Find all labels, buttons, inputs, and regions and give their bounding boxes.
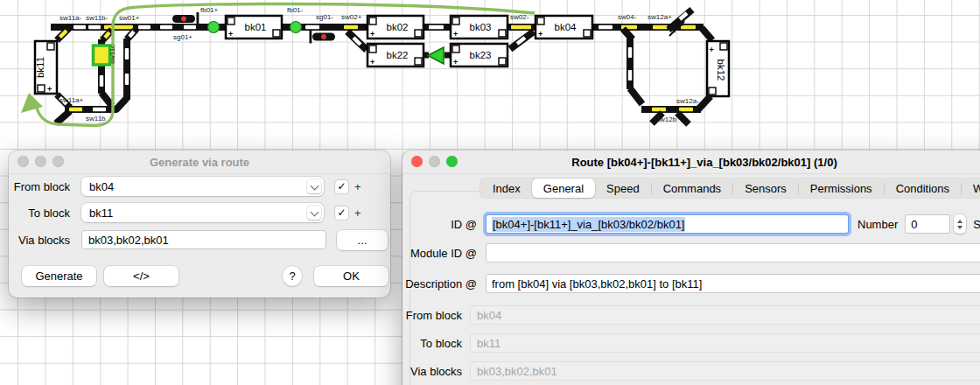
chevron-down-icon[interactable] <box>307 206 321 220</box>
number-label: Number <box>858 218 898 231</box>
via-blocks-input[interactable]: bk03,bk02,bk01 <box>81 230 326 249</box>
label-sw02-minus: sw02- <box>510 13 529 21</box>
tab-general[interactable]: General <box>532 178 595 198</box>
switch-sw02-minus-diagonal[interactable] <box>510 32 534 49</box>
switch-sw02-plus-diagonal[interactable] <box>347 32 367 50</box>
ok-button[interactable]: OK <box>314 266 388 286</box>
sensor-fb01-minus[interactable] <box>290 22 302 33</box>
minimize-button[interactable] <box>35 156 46 167</box>
label-sg01-plus: sg01+ <box>173 33 192 41</box>
tab-index[interactable]: Index <box>481 178 532 198</box>
block-bk04[interactable]: bk04 + <box>536 16 592 38</box>
description-input[interactable]: from [bk04] via [bk03,bk02,bk01] to [bk1… <box>486 274 980 293</box>
label-sw11b-top: sw11b- <box>86 14 108 22</box>
via-blocks-label: Via blocks <box>9 234 70 247</box>
label-sw12b: sw12b <box>656 116 677 123</box>
free-dash <box>93 108 106 111</box>
chevron-down-icon[interactable] <box>307 179 321 193</box>
block-bk23[interactable]: bk23 + <box>451 44 508 66</box>
stepper-up-icon[interactable] <box>957 220 962 223</box>
svg-text:bk12: bk12 <box>716 60 726 81</box>
from-plus-label: + <box>354 180 361 193</box>
route-properties-dialog: Route [bk04+]-[bk11+]_via_[bk03/bk02/bk0… <box>402 150 980 385</box>
svg-text:+: + <box>370 58 374 66</box>
label-sw11b-bottom: sw11b <box>86 115 106 122</box>
block-bk12[interactable]: bk12 + <box>707 41 729 96</box>
zoom-button[interactable] <box>52 156 64 167</box>
label-sw12a-minus: sw12a- <box>676 97 699 105</box>
description-label: Description @ <box>402 277 477 290</box>
signal-sg01-plus[interactable] <box>172 12 199 25</box>
zoom-button[interactable] <box>446 156 458 167</box>
track-diag-bk12-bottom[interactable] <box>698 96 710 109</box>
track-plan: bk11 + bk01 + bk02 + bk03 + <box>0 0 980 147</box>
trailing-clipped-label: S <box>973 218 980 231</box>
tab-permissions[interactable]: Permissions <box>799 178 884 198</box>
browse-blocks-button[interactable]: ... <box>337 230 388 250</box>
switch-sw12a-plus[interactable] <box>668 10 692 36</box>
tab-sensors[interactable]: Sensors <box>733 178 798 198</box>
sensor-fb01-plus[interactable] <box>208 22 220 33</box>
tab-conditions[interactable]: Conditions <box>885 178 961 198</box>
label-sw12a-plus: sw12a+ <box>648 13 672 21</box>
to-block-label: To block <box>402 337 462 350</box>
label-fb01-plus: fb01+ <box>200 6 219 14</box>
svg-text:bk01: bk01 <box>245 22 267 32</box>
label-sw01: sw01+ <box>119 14 140 22</box>
close-button[interactable] <box>18 156 29 167</box>
minimize-button[interactable] <box>429 156 440 167</box>
stepper-down-icon[interactable] <box>957 226 962 229</box>
to-side-checkbox[interactable]: ✓ <box>335 206 348 220</box>
track-diag-to-bk12[interactable] <box>702 28 712 40</box>
switch-sw04[interactable] <box>623 29 642 104</box>
block-bk22[interactable]: bk22 + <box>368 44 424 66</box>
svg-text:bk22: bk22 <box>387 50 409 60</box>
block-bk02[interactable]: bk02 + <box>368 16 424 38</box>
direction-arrow <box>428 47 444 64</box>
generate-dialog-title: Generate via route <box>9 156 390 169</box>
label-sw11a-bottom: sw11a+ <box>60 96 84 104</box>
to-block-combo[interactable]: bk11 <box>81 203 324 222</box>
close-button[interactable] <box>411 156 423 167</box>
generate-dialog-titlebar[interactable]: Generate via route <box>9 150 390 174</box>
to-block-label: To block <box>9 206 70 220</box>
tab-speed[interactable]: Speed <box>595 178 651 198</box>
tab-wiring[interactable]: Wir <box>962 178 980 198</box>
label-sw11a-top: sw11a- <box>60 14 82 22</box>
label-sw04: sw04- <box>618 13 637 21</box>
from-side-checkbox[interactable]: ✓ <box>335 180 348 193</box>
module-id-label: Module ID @ <box>402 247 477 260</box>
svg-text:+: + <box>453 30 458 38</box>
svg-text:+: + <box>228 30 233 38</box>
block-bk11[interactable]: bk11 + <box>35 41 57 94</box>
svg-text:+: + <box>538 30 542 38</box>
reserved-dash <box>679 108 693 111</box>
from-block-label: From block <box>402 309 462 322</box>
generate-button[interactable]: Generate <box>22 266 96 286</box>
number-input[interactable]: 0 <box>905 214 950 234</box>
signal-sg01-minus[interactable] <box>310 31 336 44</box>
number-stepper[interactable] <box>954 214 966 234</box>
xml-code-button[interactable]: </> <box>104 266 178 286</box>
id-label: ID @ <box>402 218 477 231</box>
label-fb01-minus: fb01- <box>287 6 304 14</box>
svg-text:bk04: bk04 <box>555 22 578 32</box>
check-icon: ✓ <box>337 180 346 192</box>
from-block-combo[interactable]: bk04 <box>81 177 324 196</box>
block-bk03[interactable]: bk03 + <box>451 16 508 38</box>
block-bk01[interactable]: bk01 + <box>226 16 282 38</box>
generate-via-route-dialog: Generate via route From block bk04 ✓ + T… <box>9 150 390 298</box>
route-dialog-titlebar[interactable]: Route [bk04+]-[bk11+]_via_[bk03/bk02/bk0… <box>402 150 980 174</box>
help-button[interactable]: ? <box>283 266 302 286</box>
id-input[interactable]: [bk04+]-[bk11+]_via_[bk03/bk02/bk01] <box>486 214 849 234</box>
reserved-dash <box>69 108 82 111</box>
route-arrowhead <box>21 93 43 113</box>
module-id-input[interactable] <box>486 243 980 262</box>
from-block-label: From block <box>9 180 70 193</box>
svg-text:+: + <box>710 46 714 54</box>
svg-text:+: + <box>453 58 458 66</box>
switch-sw11b[interactable] <box>98 29 136 110</box>
accessory-sw11c[interactable] <box>94 46 110 65</box>
tab-commands[interactable]: Commands <box>652 178 732 198</box>
via-blocks-value: bk03,bk02,bk01 <box>88 234 169 247</box>
